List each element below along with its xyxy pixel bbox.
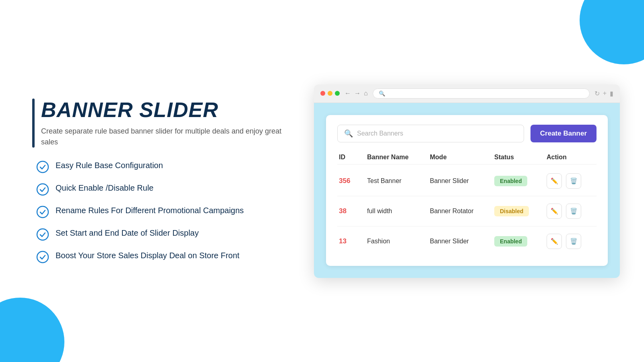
cell-mode-2: Banner Slider (430, 238, 494, 245)
edit-button-1[interactable]: ✏️ (547, 204, 562, 219)
cell-mode-0: Banner Slider (430, 177, 494, 185)
search-icon-bar: 🔍 (379, 90, 385, 97)
table-header-id: ID (339, 154, 367, 161)
right-side: ← → ⌂ 🔍 ↻ + ▮ (314, 84, 620, 278)
search-box[interactable]: 🔍 Search Banners (337, 125, 524, 142)
top-bar: 🔍 Search Banners Create Banner (337, 125, 597, 142)
cell-name-1: full width (367, 208, 430, 215)
svg-point-0 (37, 161, 48, 173)
browser-bar: ← → ⌂ 🔍 ↻ + ▮ (314, 84, 620, 103)
table-header: IDBanner NameModeStatusAction (337, 150, 597, 165)
more-icon[interactable]: ▮ (610, 90, 613, 97)
cell-mode-1: Banner Rotator (430, 208, 494, 215)
title-section: BANNER SLIDER Create separate rule based… (32, 99, 282, 147)
browser-address-bar[interactable]: 🔍 (373, 88, 590, 99)
feature-2-icon (36, 183, 49, 196)
svg-point-2 (37, 206, 48, 218)
table-header-action: Action (547, 154, 595, 161)
page-wrapper: BANNER SLIDER Create separate rule based… (0, 0, 644, 362)
feature-5-text: Boost Your Store Sales Display Deal on S… (56, 250, 239, 261)
search-placeholder: Search Banners (357, 130, 403, 137)
delete-button-1[interactable]: 🗑️ (566, 204, 581, 219)
feature-5: Boost Your Store Sales Display Deal on S… (36, 250, 282, 263)
nav-home[interactable]: ⌂ (364, 90, 368, 97)
status-badge-1: Disabled (494, 206, 529, 216)
cell-name-0: Test Banner (367, 177, 430, 185)
feature-4-text: Set Start and End Date of Slider Display (56, 227, 199, 239)
feature-5-icon (36, 251, 49, 263)
status-badge-2: Enabled (494, 236, 527, 247)
cell-id-2: 13 (339, 237, 367, 245)
browser-dots (320, 91, 340, 96)
cell-status-2: Enabled (494, 236, 547, 247)
nav-forward[interactable]: → (354, 90, 361, 97)
feature-4-icon (36, 228, 49, 241)
feature-1-text: Easy Rule Base Configuration (56, 160, 163, 171)
table-header-status: Status (494, 154, 547, 161)
status-badge-0: Enabled (494, 176, 527, 186)
feature-3: Rename Rules For Different Promotional C… (36, 205, 282, 218)
svg-point-4 (37, 251, 48, 263)
left-side: BANNER SLIDER Create separate rule based… (32, 99, 282, 263)
table-row-2: 13 Fashion Banner Slider Enabled ✏️ 🗑️ (337, 226, 597, 256)
dot-red (320, 91, 325, 96)
add-tab-icon[interactable]: + (603, 90, 607, 97)
svg-point-1 (37, 184, 48, 195)
refresh-icon[interactable]: ↻ (594, 90, 600, 97)
delete-button-2[interactable]: 🗑️ (566, 234, 581, 249)
edit-button-2[interactable]: ✏️ (547, 234, 562, 249)
feature-2-text: Quick Enable /Disable Rule (56, 182, 153, 193)
nav-back[interactable]: ← (345, 90, 351, 97)
main-title: BANNER SLIDER (41, 99, 282, 121)
deco-top-right (580, 0, 644, 64)
inner-panel: 🔍 Search Banners Create Banner IDBanner … (326, 115, 608, 266)
feature-3-text: Rename Rules For Different Promotional C… (56, 205, 244, 216)
feature-list: Easy Rule Base Configuration Quick Enabl… (32, 160, 282, 263)
browser-nav: ← → ⌂ (345, 90, 368, 97)
title-border (32, 99, 35, 147)
feature-1: Easy Rule Base Configuration (36, 160, 282, 173)
dot-green (335, 91, 340, 96)
dot-yellow (328, 91, 332, 96)
subtitle: Create separate rule based banner slider… (41, 126, 282, 148)
browser-actions: ↻ + ▮ (594, 90, 613, 97)
browser-window: ← → ⌂ 🔍 ↻ + ▮ (314, 84, 620, 278)
svg-point-3 (37, 229, 48, 240)
feature-1-icon (36, 160, 49, 173)
table-header-mode: Mode (430, 154, 494, 161)
create-banner-button[interactable]: Create Banner (530, 125, 597, 142)
feature-2: Quick Enable /Disable Rule (36, 182, 282, 196)
cell-actions-1: ✏️ 🗑️ (547, 204, 595, 219)
cell-name-2: Fashion (367, 238, 430, 245)
cell-actions-2: ✏️ 🗑️ (547, 234, 595, 249)
table-row-0: 356 Test Banner Banner Slider Enabled ✏️… (337, 166, 597, 196)
title-text-block: BANNER SLIDER Create separate rule based… (41, 99, 282, 147)
search-icon: 🔍 (344, 129, 353, 138)
feature-3-icon (36, 206, 49, 218)
table-header-banner-name: Banner Name (367, 154, 430, 161)
cell-id-0: 356 (339, 177, 367, 185)
table-row-1: 38 full width Banner Rotator Disabled ✏️… (337, 196, 597, 226)
cell-status-0: Enabled (494, 176, 547, 186)
browser-content: 🔍 Search Banners Create Banner IDBanner … (314, 103, 620, 278)
cell-status-1: Disabled (494, 206, 547, 216)
feature-4: Set Start and End Date of Slider Display (36, 227, 282, 241)
banner-table: 356 Test Banner Banner Slider Enabled ✏️… (337, 166, 597, 256)
cell-actions-0: ✏️ 🗑️ (547, 173, 595, 189)
deco-bottom-left (0, 298, 64, 362)
edit-button-0[interactable]: ✏️ (547, 173, 562, 189)
cell-id-1: 38 (339, 207, 367, 215)
delete-button-0[interactable]: 🗑️ (566, 173, 581, 189)
